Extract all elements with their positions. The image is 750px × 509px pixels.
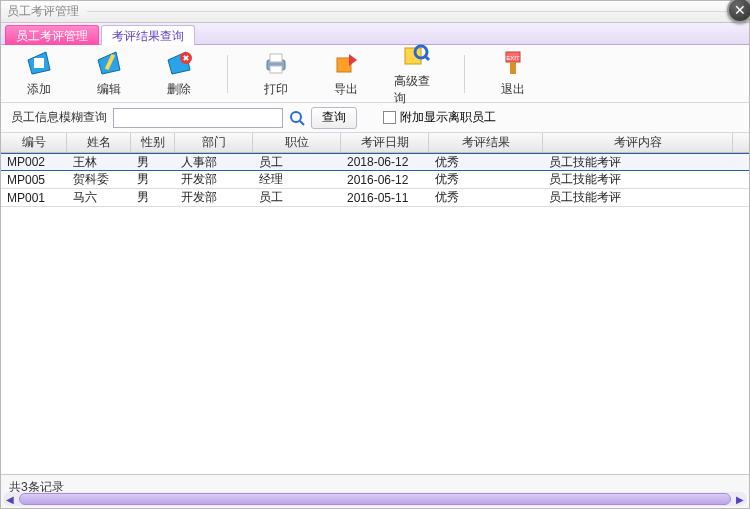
cell-id: MP005 bbox=[1, 171, 67, 188]
exit-label: 退出 bbox=[501, 81, 525, 98]
search-input[interactable] bbox=[113, 108, 283, 128]
toolbar-separator bbox=[464, 55, 465, 93]
col-name[interactable]: 姓名 bbox=[67, 133, 131, 152]
edit-label: 编辑 bbox=[97, 81, 121, 98]
grid-body: MP002王林男人事部员工2018-06-12优秀员工技能考评MP005贺科委男… bbox=[1, 153, 749, 207]
exit-button[interactable]: EXIT 退出 bbox=[491, 49, 535, 98]
cell-title: 经理 bbox=[253, 171, 341, 188]
advanced-query-button[interactable]: 高级查询 bbox=[394, 41, 438, 107]
cell-name: 贺科委 bbox=[67, 171, 131, 188]
table-row[interactable]: MP001马六男开发部员工2016-05-11优秀员工技能考评 bbox=[1, 189, 749, 207]
add-label: 添加 bbox=[27, 81, 51, 98]
cell-content: 员工技能考评 bbox=[543, 171, 733, 188]
cell-content: 员工技能考评 bbox=[543, 154, 733, 170]
cell-dept: 开发部 bbox=[175, 171, 253, 188]
cell-id: MP001 bbox=[1, 189, 67, 206]
show-resigned-checkbox[interactable]: 附加显示离职员工 bbox=[383, 109, 496, 126]
col-result[interactable]: 考评结果 bbox=[429, 133, 543, 152]
advanced-query-icon bbox=[400, 41, 432, 69]
tab-result-query[interactable]: 考评结果查询 bbox=[101, 25, 195, 45]
scrollbar-thumb[interactable] bbox=[19, 493, 731, 505]
cell-title: 员工 bbox=[253, 154, 341, 170]
cell-gender: 男 bbox=[131, 154, 175, 170]
svg-line-12 bbox=[425, 56, 429, 60]
cell-name: 王林 bbox=[67, 154, 131, 170]
svg-text:EXIT: EXIT bbox=[506, 55, 520, 61]
add-button[interactable]: 添加 bbox=[17, 49, 61, 98]
cell-content: 员工技能考评 bbox=[543, 189, 733, 206]
col-date[interactable]: 考评日期 bbox=[341, 133, 429, 152]
search-icon bbox=[289, 110, 305, 126]
advanced-query-label: 高级查询 bbox=[394, 73, 438, 107]
data-grid: 编号 姓名 性别 部门 职位 考评日期 考评结果 考评内容 MP002王林男人事… bbox=[1, 133, 749, 207]
query-button-label: 查询 bbox=[322, 109, 346, 126]
tab-strip: 员工考评管理 考评结果查询 bbox=[1, 23, 749, 45]
window-title: 员工考评管理 bbox=[7, 3, 79, 20]
exit-icon: EXIT bbox=[497, 49, 529, 77]
col-content[interactable]: 考评内容 bbox=[543, 133, 733, 152]
delete-button[interactable]: 删除 bbox=[157, 49, 201, 98]
export-button[interactable]: 导出 bbox=[324, 49, 368, 98]
print-button[interactable]: 打印 bbox=[254, 49, 298, 98]
status-bar: 共3条记录 ◀ ▶ bbox=[1, 474, 749, 508]
horizontal-scrollbar[interactable]: ◀ ▶ bbox=[3, 492, 747, 506]
tab-label: 考评结果查询 bbox=[112, 28, 184, 45]
tab-employee-evaluation[interactable]: 员工考评管理 bbox=[5, 25, 99, 45]
query-button[interactable]: 查询 bbox=[311, 107, 357, 129]
export-label: 导出 bbox=[334, 81, 358, 98]
delete-label: 删除 bbox=[167, 81, 191, 98]
add-icon bbox=[23, 49, 55, 77]
col-id[interactable]: 编号 bbox=[1, 133, 67, 152]
cell-date: 2016-06-12 bbox=[341, 171, 429, 188]
toolbar: 添加 编辑 删除 打印 导出 高级查询 EXIT 退出 bbox=[1, 45, 749, 103]
export-icon bbox=[330, 49, 362, 77]
svg-rect-9 bbox=[337, 58, 351, 72]
print-label: 打印 bbox=[264, 81, 288, 98]
svg-rect-7 bbox=[270, 54, 282, 62]
cell-date: 2018-06-12 bbox=[341, 154, 429, 170]
svg-rect-8 bbox=[270, 66, 282, 73]
grid-header: 编号 姓名 性别 部门 职位 考评日期 考评结果 考评内容 bbox=[1, 133, 749, 153]
checkbox-icon bbox=[383, 111, 396, 124]
svg-point-16 bbox=[291, 112, 301, 122]
edit-icon bbox=[93, 49, 125, 77]
checkbox-label: 附加显示离职员工 bbox=[400, 109, 496, 126]
cell-dept: 开发部 bbox=[175, 189, 253, 206]
app-window: 员工考评管理 ✕ 员工考评管理 考评结果查询 添加 编辑 删除 打印 导出 bbox=[0, 0, 750, 509]
cell-date: 2016-05-11 bbox=[341, 189, 429, 206]
scroll-left-icon[interactable]: ◀ bbox=[3, 492, 17, 506]
table-row[interactable]: MP002王林男人事部员工2018-06-12优秀员工技能考评 bbox=[1, 153, 749, 171]
cell-gender: 男 bbox=[131, 171, 175, 188]
search-bar: 员工信息模糊查询 查询 附加显示离职员工 bbox=[1, 103, 749, 133]
cell-dept: 人事部 bbox=[175, 154, 253, 170]
titlebar: 员工考评管理 bbox=[1, 1, 749, 23]
cell-id: MP002 bbox=[1, 154, 67, 170]
cell-title: 员工 bbox=[253, 189, 341, 206]
svg-line-17 bbox=[300, 121, 304, 125]
print-icon bbox=[260, 49, 292, 77]
search-label: 员工信息模糊查询 bbox=[11, 109, 107, 126]
titlebar-divider bbox=[87, 11, 743, 12]
svg-rect-15 bbox=[510, 62, 516, 74]
close-button[interactable]: ✕ bbox=[727, 0, 750, 23]
scroll-right-icon[interactable]: ▶ bbox=[733, 492, 747, 506]
close-icon: ✕ bbox=[734, 2, 746, 18]
edit-button[interactable]: 编辑 bbox=[87, 49, 131, 98]
cell-name: 马六 bbox=[67, 189, 131, 206]
col-gender[interactable]: 性别 bbox=[131, 133, 175, 152]
cell-result: 优秀 bbox=[429, 154, 543, 170]
svg-rect-1 bbox=[34, 58, 44, 68]
col-dept[interactable]: 部门 bbox=[175, 133, 253, 152]
delete-icon bbox=[163, 49, 195, 77]
table-row[interactable]: MP005贺科委男开发部经理2016-06-12优秀员工技能考评 bbox=[1, 171, 749, 189]
cell-result: 优秀 bbox=[429, 189, 543, 206]
tab-label: 员工考评管理 bbox=[16, 28, 88, 45]
col-title[interactable]: 职位 bbox=[253, 133, 341, 152]
cell-gender: 男 bbox=[131, 189, 175, 206]
toolbar-separator bbox=[227, 55, 228, 93]
cell-result: 优秀 bbox=[429, 171, 543, 188]
